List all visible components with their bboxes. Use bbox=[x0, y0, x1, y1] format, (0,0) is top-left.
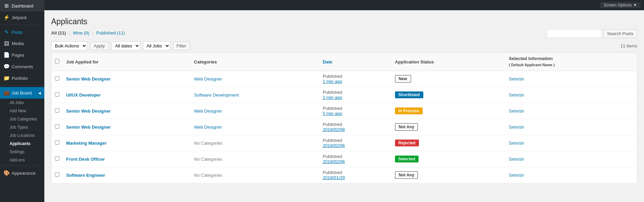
row-checkbox[interactable] bbox=[55, 76, 59, 81]
td-checkbox bbox=[52, 103, 63, 119]
select-all-checkbox[interactable] bbox=[55, 59, 59, 63]
td-category: No Categories bbox=[191, 151, 319, 167]
th-date[interactable]: Date bbox=[319, 53, 392, 71]
sidebar-item-label: Dashboard bbox=[12, 3, 33, 9]
date-status: Published bbox=[323, 154, 342, 159]
items-count: 11 items bbox=[620, 43, 637, 48]
sidebar-sub-add-ons[interactable]: Add-ons bbox=[0, 156, 44, 164]
divider bbox=[0, 85, 44, 86]
td-status: In Process bbox=[392, 103, 506, 119]
sidebar-item-label: Posts bbox=[12, 30, 23, 35]
all-dates-select[interactable]: All dates bbox=[112, 41, 140, 50]
sidebar-item-dashboard[interactable]: ⊞ Dashboard bbox=[0, 0, 44, 12]
job-link[interactable]: UI/UX Developer bbox=[66, 92, 101, 98]
filter-search-row: All (11) | Mine (9) | Published (11) Sea… bbox=[51, 30, 637, 41]
td-category: Web Designer bbox=[191, 119, 319, 135]
job-link[interactable]: Senior Web Designer bbox=[66, 125, 111, 130]
sidebar-sub-job-types[interactable]: Job Types bbox=[0, 123, 44, 131]
sidebar-item-appearance[interactable]: 🎨 Appearance bbox=[0, 167, 44, 179]
sidebar-item-comments[interactable]: 💬 Comments bbox=[0, 61, 44, 72]
jobboard-icon: 💼 bbox=[3, 90, 10, 96]
category-link[interactable]: Software Development bbox=[194, 92, 239, 98]
content-area: Applicants All (11) | Mine (9) | Publish… bbox=[44, 10, 644, 202]
filter-all[interactable]: All (11) bbox=[51, 30, 66, 35]
table-row: Software Engineer No Categories Publishe… bbox=[52, 167, 637, 183]
sidebar-item-label: Appearance bbox=[12, 171, 35, 176]
td-date: Published2018/01/29 bbox=[319, 167, 392, 183]
row-checkbox[interactable] bbox=[55, 140, 59, 145]
date-ago-link[interactable]: 5 min ago bbox=[323, 111, 342, 116]
row-checkbox[interactable] bbox=[55, 172, 59, 177]
date-link[interactable]: 2018/02/08 bbox=[323, 127, 345, 132]
sidebar-sub-settings[interactable]: Settings bbox=[0, 148, 44, 156]
search-posts-button[interactable]: Search Posts bbox=[603, 29, 637, 38]
date-ago-link[interactable]: 1 min ago bbox=[323, 79, 342, 84]
applicant-link[interactable]: Sehrish bbox=[509, 109, 524, 114]
dashboard-icon: ⊞ bbox=[3, 3, 10, 9]
date-status: Published bbox=[323, 106, 342, 111]
date-status: Published bbox=[323, 74, 342, 79]
sidebar-item-media[interactable]: 🖼 Media bbox=[0, 38, 44, 49]
row-checkbox[interactable] bbox=[55, 156, 59, 161]
category-link[interactable]: Web Designer bbox=[194, 109, 222, 114]
table-row: UI/UX Developer Software Development Pub… bbox=[52, 87, 637, 103]
row-checkbox[interactable] bbox=[55, 92, 59, 97]
sidebar-item-portfolio[interactable]: 📁 Portfolio bbox=[0, 72, 44, 84]
topbar: Screen Options ▼ bbox=[44, 0, 644, 10]
sidebar-item-label: Job Board bbox=[12, 90, 32, 96]
category-link[interactable]: Web Designer bbox=[194, 76, 222, 82]
search-input[interactable] bbox=[547, 29, 601, 38]
date-link[interactable]: 2018/02/06 bbox=[323, 143, 345, 148]
apply-button[interactable]: Apply bbox=[90, 42, 109, 50]
applicant-link[interactable]: Sehrish bbox=[509, 76, 524, 82]
date-ago-link[interactable]: 2 min ago bbox=[323, 95, 342, 100]
sidebar-item-posts[interactable]: ✎ Posts bbox=[0, 26, 44, 38]
date-link[interactable]: 2018/02/06 bbox=[323, 159, 345, 164]
filter-published[interactable]: Published (11) bbox=[96, 30, 125, 35]
status-badge: Shortlisted bbox=[395, 91, 423, 98]
applicant-link[interactable]: Sehrish bbox=[509, 125, 524, 130]
row-checkbox[interactable] bbox=[55, 124, 59, 129]
td-category: Web Designer bbox=[191, 103, 319, 119]
row-checkbox[interactable] bbox=[55, 108, 59, 113]
sidebar-sub-job-locations[interactable]: Job Locations bbox=[0, 131, 44, 140]
applicant-link[interactable]: Sehrish bbox=[509, 173, 524, 178]
job-link[interactable]: Senior Web Designer bbox=[66, 109, 111, 114]
date-status: Published bbox=[323, 90, 342, 95]
td-checkbox bbox=[52, 135, 63, 151]
pages-icon: 📄 bbox=[3, 52, 10, 58]
all-jobs-select[interactable]: All Jobs bbox=[143, 41, 170, 50]
sidebar-sub-label: Job Categories bbox=[10, 117, 37, 121]
filter-mine[interactable]: Mine (9) bbox=[73, 30, 89, 35]
sidebar-item-pages[interactable]: 📄 Pages bbox=[0, 49, 44, 61]
sidebar-item-jobboard[interactable]: 💼 Job Board ◀ bbox=[0, 87, 44, 99]
category-link[interactable]: Web Designer bbox=[194, 125, 222, 130]
bulk-actions-select[interactable]: Bulk Actions bbox=[51, 41, 87, 50]
td-job: Marketing Manager bbox=[63, 135, 191, 151]
sidebar-sub-applicants[interactable]: Applicants bbox=[0, 140, 44, 148]
status-badge: New bbox=[395, 75, 411, 83]
td-checkbox bbox=[52, 87, 63, 103]
no-category: No Categories bbox=[194, 141, 222, 146]
sidebar-sub-all-jobs[interactable]: All Jobs bbox=[0, 99, 44, 107]
applicant-link[interactable]: Sehrish bbox=[509, 141, 524, 146]
table-header-row: Job Applied for Categories Date Applicat… bbox=[52, 53, 637, 71]
td-checkbox bbox=[52, 71, 63, 87]
job-link[interactable]: Software Engineer bbox=[66, 173, 105, 178]
filter-button[interactable]: Filter bbox=[173, 42, 190, 50]
applicant-link[interactable]: Sehrish bbox=[509, 92, 524, 98]
table-row: Senior Web Designer Web Designer Publish… bbox=[52, 119, 637, 135]
sidebar-item-jetpack[interactable]: ⚡ Jetpack bbox=[0, 12, 44, 23]
date-link[interactable]: 2018/01/29 bbox=[323, 175, 345, 180]
job-link[interactable]: Senior Web Designer bbox=[66, 76, 111, 82]
sidebar-sub-add-new[interactable]: Add New bbox=[0, 107, 44, 115]
td-checkbox bbox=[52, 151, 63, 167]
applicant-link[interactable]: Sehrish bbox=[509, 157, 524, 162]
screen-options-button[interactable]: Screen Options ▼ bbox=[600, 2, 641, 8]
sidebar-sub-job-categories[interactable]: Job Categories bbox=[0, 115, 44, 123]
job-link[interactable]: Front Desk Officer bbox=[66, 157, 105, 162]
sidebar-sub-label: Add New bbox=[10, 109, 26, 113]
job-link[interactable]: Marketing Manager bbox=[66, 141, 106, 146]
td-date: Published2018/02/06 bbox=[319, 135, 392, 151]
sidebar-item-label: Pages bbox=[12, 53, 24, 58]
